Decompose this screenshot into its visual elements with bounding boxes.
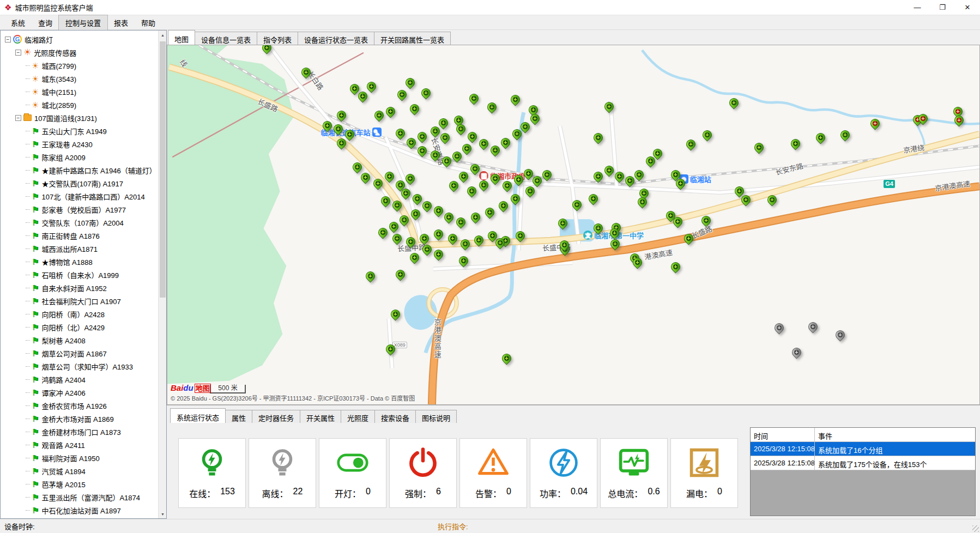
device-marker-online[interactable]: + [456, 124, 466, 137]
device-marker-online[interactable]: + [741, 195, 751, 208]
device-marker-online[interactable]: + [610, 239, 620, 252]
device-marker-online[interactable]: + [449, 180, 459, 194]
device-marker-online[interactable]: + [374, 110, 384, 124]
device-marker-offline[interactable]: + [808, 322, 818, 335]
panel-tab-5[interactable]: 搜索设备 [374, 410, 416, 423]
tree-device-row[interactable]: ☀城北(2859) [3, 98, 165, 111]
device-marker-online[interactable]: + [516, 231, 525, 244]
device-marker-online[interactable]: + [791, 138, 801, 152]
device-marker-online[interactable]: + [406, 77, 415, 91]
tree-device-row[interactable]: ⚑王家珑巷 A2430 [3, 137, 165, 150]
tree-device-row[interactable]: ⚑烟草公司对面 A1867 [3, 347, 165, 360]
device-marker-offline[interactable]: + [792, 347, 802, 361]
device-marker-online[interactable]: + [572, 199, 582, 213]
tree-device-row[interactable]: ⚑★建新中路路口东 A1946（辅道灯） [3, 163, 165, 177]
tree-device-row[interactable]: ⚑城西派出所A1871 [3, 242, 165, 255]
device-marker-online[interactable]: + [479, 180, 489, 193]
device-marker-online[interactable]: + [558, 218, 568, 232]
device-marker-online[interactable]: + [410, 104, 420, 117]
tree-device-row[interactable]: ⚑五里派出所（富源汽配）A1874 [3, 490, 165, 504]
event-log-row[interactable]: 2025/3/28 12:15:08系统加载了16个分组 [751, 442, 975, 456]
device-marker-online[interactable]: + [625, 175, 635, 189]
tree-group-row[interactable]: −G临湘路灯 [3, 33, 165, 46]
device-marker-online[interactable]: + [418, 131, 427, 145]
device-marker-online[interactable]: + [434, 249, 444, 263]
device-marker-online[interactable]: + [479, 138, 489, 152]
device-marker-online[interactable]: + [422, 244, 432, 258]
device-marker-online[interactable]: + [378, 227, 388, 241]
device-marker-online[interactable]: + [334, 124, 343, 137]
panel-tab-2[interactable]: 定时器任务 [252, 410, 300, 423]
map-tab-4[interactable]: 开关回路属性一览表 [374, 32, 451, 45]
device-marker-online[interactable]: + [604, 165, 614, 179]
tree-device-row[interactable]: ⚑石咀桥（自来水）A1999 [3, 268, 165, 281]
device-marker-online[interactable]: + [367, 81, 377, 95]
device-marker-online[interactable]: + [366, 271, 376, 284]
device-marker-online[interactable]: + [474, 235, 484, 249]
tree-device-row[interactable]: ⚑交警队东（107南）A2004 [3, 216, 165, 229]
tree-device-row[interactable]: ⚑★博物馆 A1888 [3, 255, 165, 268]
maximize-button[interactable]: ❐ [930, 0, 955, 15]
device-marker-online[interactable]: + [703, 130, 712, 143]
menu-item-2[interactable]: 控制与设置 [59, 15, 107, 30]
device-marker-online[interactable]: + [389, 221, 399, 235]
device-marker-online[interactable]: + [676, 178, 686, 192]
device-marker-online[interactable]: + [487, 102, 497, 116]
tree-device-row[interactable]: ⚑汽贸城 A1894 [3, 464, 165, 477]
device-marker-online[interactable]: + [615, 171, 625, 185]
device-marker-online[interactable]: + [392, 200, 402, 214]
device-marker-online[interactable]: + [514, 174, 524, 188]
tree-device-row[interactable]: ⚑鸿鹤路 A2404 [3, 373, 165, 386]
tree-device-row[interactable]: ⚑谭家冲 A2406 [3, 386, 165, 399]
device-marker-offline[interactable]: + [775, 323, 784, 336]
event-log-row[interactable]: 2025/3/28 12:15:08系统加载了175个设备，在线153个 [751, 456, 975, 470]
tree-device-row[interactable]: ☀城西(2799) [3, 59, 165, 72]
device-marker-online[interactable]: + [491, 173, 500, 187]
tree-group-row[interactable]: −☀光照度传感器 [3, 46, 165, 59]
device-marker-online[interactable]: + [381, 196, 391, 209]
tree-device-row[interactable]: ⚑金桥建材市场门口 A1873 [3, 425, 165, 438]
tree-device-row[interactable]: ⚑芭茅塘 A2015 [3, 477, 165, 490]
tree-device-row[interactable]: ⚑烟草公司（求知中学）A1933 [3, 360, 165, 373]
tree-device-row[interactable]: ⚑南正街转盘 A1876 [3, 229, 165, 242]
tree-device-row[interactable]: ⚑梨树巷 A2408 [3, 334, 165, 347]
device-marker-online[interactable]: + [638, 197, 648, 210]
device-marker-online[interactable]: + [448, 233, 458, 247]
device-marker-online[interactable]: + [767, 195, 777, 208]
device-marker-online[interactable]: + [431, 126, 440, 140]
menu-item-0[interactable]: 系统 [4, 15, 32, 30]
tree-device-row[interactable]: ☀城中(2151) [3, 85, 165, 98]
device-marker-online[interactable]: + [323, 120, 332, 134]
device-marker-online[interactable]: + [459, 171, 469, 185]
device-marker-online[interactable]: + [816, 132, 826, 146]
device-marker-online[interactable]: + [456, 217, 466, 231]
device-marker-online[interactable]: + [560, 240, 570, 253]
device-marker-online[interactable]: + [594, 223, 603, 237]
device-marker-online[interactable]: + [671, 262, 681, 275]
device-marker-online[interactable]: + [337, 138, 347, 152]
device-marker-online[interactable]: + [542, 169, 552, 183]
device-marker-online[interactable]: + [418, 146, 427, 159]
device-marker-online[interactable]: + [633, 257, 643, 271]
device-marker-online[interactable]: + [400, 215, 409, 228]
device-marker-online[interactable]: + [407, 137, 416, 151]
device-marker-online[interactable]: + [501, 137, 511, 151]
device-marker-online[interactable]: + [686, 139, 696, 153]
tree-device-row[interactable]: ⚑金桥农贸市场 A1926 [3, 399, 165, 412]
map-view[interactable]: 线长盛路长白路长安南路长盛中路长盛中路长盛路长安东路京港绕港澳高速京港澳高速京港… [167, 45, 980, 405]
device-marker-online[interactable]: + [422, 201, 432, 214]
device-marker-online[interactable]: + [495, 238, 505, 251]
collapse-toggle[interactable]: − [15, 50, 21, 56]
device-marker-online[interactable]: + [589, 193, 598, 207]
device-marker-online[interactable]: + [406, 173, 415, 187]
device-marker-online[interactable]: + [485, 207, 495, 221]
device-marker-offline[interactable]: + [836, 330, 845, 343]
map-tab-2[interactable]: 指令列表 [257, 32, 298, 45]
device-marker-alarm[interactable]: + [918, 113, 928, 127]
device-marker-online[interactable]: + [729, 98, 739, 111]
panel-tab-3[interactable]: 开关属性 [300, 410, 341, 423]
menu-item-3[interactable]: 报表 [107, 15, 135, 30]
device-marker-online[interactable]: + [468, 131, 477, 145]
device-marker-online[interactable]: + [440, 132, 450, 146]
tree-device-row[interactable]: ⚑中石化加油站对面 A1897 [3, 504, 165, 517]
